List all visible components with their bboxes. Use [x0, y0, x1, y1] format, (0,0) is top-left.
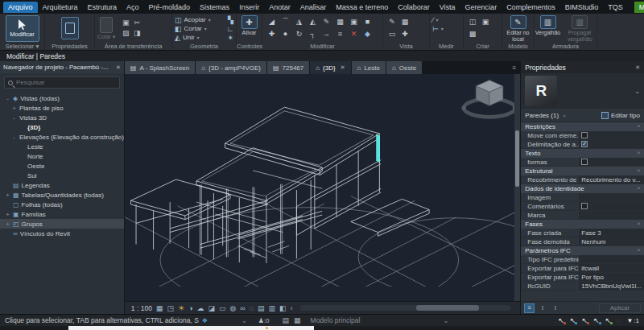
viewcube[interactable]	[461, 80, 517, 117]
chevron-down-icon[interactable]: ⌄	[242, 317, 247, 324]
crop-region-icon[interactable]: ▦	[156, 304, 163, 312]
menu-colaborar[interactable]: Colaborar	[393, 2, 435, 13]
delete-icon[interactable]: ✕	[347, 27, 361, 39]
tree-item-legendas[interactable]: ▤Legendas	[0, 180, 124, 190]
close-tab-icon[interactable]: ✕	[341, 64, 345, 71]
status-addin-icon[interactable]: ❖	[202, 317, 208, 324]
section-texto[interactable]: Texto^	[521, 149, 644, 158]
prop-value[interactable]	[579, 131, 644, 139]
prop-value[interactable]	[579, 202, 644, 210]
render-icon[interactable]: ☁	[196, 304, 204, 312]
selection-filter-button[interactable]: ▼ :1	[626, 317, 639, 324]
section-parametros-ifc[interactable]: Parâmetros IFC^	[521, 246, 644, 255]
select-links-icon[interactable]: ↖	[558, 316, 564, 324]
tab-3d-active[interactable]: ⌂{3D}✕	[310, 61, 351, 74]
menu-bimstudio[interactable]: BIMStudio	[560, 2, 604, 13]
copy-move-icon[interactable]: ●	[279, 27, 292, 39]
tab-oeste[interactable]: ⌂Oeste	[386, 61, 423, 74]
override-graphics-icon[interactable]: ✎	[389, 18, 395, 26]
cut-geometry-button[interactable]: ◧ Cortar▾ ∟	[175, 24, 233, 33]
worksharing-monitor-icon[interactable]: ▦	[294, 316, 301, 324]
section-restricoes[interactable]: Restrições^	[521, 122, 644, 131]
tab-splashscreen[interactable]: ▤A - SplashScreen	[125, 61, 196, 74]
create-group-icon[interactable]: ▣	[482, 18, 489, 26]
hide-elements-icon[interactable]: ▭	[389, 30, 396, 38]
select-by-face-icon[interactable]: ↖	[593, 316, 600, 324]
tree-item-tabelas-quantidades[interactable]: +▦Tabelas/Quantidades (todas)	[0, 190, 124, 200]
edit-in-place-button[interactable]: ✎ Editar no local	[505, 15, 531, 43]
worksharing-display-icon[interactable]: ▤	[258, 304, 265, 312]
section-estrutural[interactable]: Estrutural^	[521, 167, 644, 175]
visual-style-icon[interactable]: ◳	[167, 304, 174, 312]
scale-icon[interactable]: ◆	[361, 27, 374, 39]
browser-search-input[interactable]: Pesquisar	[4, 76, 120, 89]
beam-joins-icon[interactable]: ∟	[226, 25, 233, 33]
prop-value[interactable]	[579, 255, 644, 263]
selected-wall-highlight[interactable]	[376, 134, 379, 163]
crop-view-icon[interactable]: ▭	[219, 304, 226, 312]
menu-gerenciar[interactable]: Gerenciar	[460, 2, 502, 13]
tree-item-folhas[interactable]: ▢Folhas (todas)	[0, 200, 124, 209]
propagate-rebar-button[interactable]: ▥ Propagar vergalhão	[564, 15, 596, 43]
scrollbar-thumb[interactable]	[416, 305, 479, 311]
locked-3d-icon[interactable]: ◍	[229, 304, 236, 312]
edit-icon[interactable]: ✎	[320, 15, 333, 27]
design-options-dropdown[interactable]: Modelo principal ⌄	[311, 316, 449, 324]
tree-item-elevacoes[interactable]: -Elevações (Elevação da construção)	[0, 132, 124, 142]
linework-icon[interactable]: ▦	[402, 18, 409, 26]
wall-joins-icon[interactable]: ▚	[228, 16, 233, 24]
constraints-icon[interactable]: ◧	[279, 304, 287, 312]
trim-extend-icon[interactable]: →	[320, 27, 333, 39]
checkbox-unchecked[interactable]	[581, 159, 588, 165]
prop-value[interactable]: Recobrimento do v...	[579, 175, 644, 184]
mirror-axis-icon[interactable]: ◮	[292, 15, 306, 27]
menu-arquitetura[interactable]: Arquitetura	[38, 2, 83, 13]
tree-item-familias[interactable]: +▣Famílias	[0, 209, 124, 219]
prop-value[interactable]: ifcwall	[579, 264, 644, 272]
checkbox-unchecked[interactable]	[581, 203, 588, 209]
cut-icon[interactable]: ✂	[134, 19, 140, 27]
offset-icon[interactable]: ⌒	[279, 15, 292, 27]
copy-icon[interactable]: ▣	[122, 19, 130, 27]
paint-icon[interactable]: ✶	[227, 34, 233, 42]
sort-default-icon[interactable]: ≡	[524, 303, 535, 313]
3d-canvas[interactable]	[125, 74, 520, 301]
view-scale-button[interactable]: 1 : 100	[131, 304, 152, 312]
tab-leste[interactable]: ⌂Leste	[352, 61, 386, 74]
menu-aco[interactable]: Aço	[122, 2, 144, 13]
checkbox-checked[interactable]: ✓	[581, 141, 588, 147]
section-dados-identidade[interactable]: Dados de identidade^	[521, 184, 644, 193]
menu-anotar[interactable]: Anotar	[264, 2, 295, 13]
tree-item-vistas-3d[interactable]: -Vistas 3D	[0, 113, 124, 122]
join-button[interactable]: ◭ Unir▾ ✶	[175, 33, 233, 42]
create-assembly-icon[interactable]: ▩	[469, 30, 477, 38]
prop-value[interactable]	[579, 158, 644, 166]
create-similar-icon[interactable]: ◫	[469, 18, 477, 26]
prop-value[interactable]: 15VhCBbnUqVwi1l...	[579, 282, 644, 290]
cope-button[interactable]: ◫ Acoplar▾ ▚	[175, 15, 233, 24]
duplicate-icon[interactable]: ▨	[122, 29, 130, 37]
prop-value[interactable]	[579, 211, 644, 219]
shadows-icon[interactable]: ◑	[188, 304, 192, 312]
chevron-down-icon[interactable]: ⌄	[634, 88, 640, 95]
dimension-button[interactable]: ⊢ ▾	[432, 24, 460, 33]
scrollbar-thumb[interactable]	[515, 130, 519, 187]
modify-button[interactable]: Modificar	[6, 15, 39, 42]
tree-item-oeste[interactable]: Oeste	[0, 161, 124, 171]
split-icon[interactable]: ≡	[333, 27, 347, 39]
menu-sistemas[interactable]: Sistemas	[195, 2, 234, 13]
prop-value[interactable]	[579, 193, 644, 201]
section-box-icon[interactable]: ◪	[208, 304, 215, 312]
menu-inserir[interactable]: Inserir	[234, 2, 264, 13]
properties-header[interactable]: Propriedades ✕	[521, 61, 644, 73]
reveal-hidden-icon[interactable]: ◌	[250, 304, 254, 312]
drag-on-selection-icon[interactable]: ↖	[605, 316, 612, 324]
tree-item-vinculos-revit[interactable]: ∞Vínculos do Revit	[0, 229, 124, 238]
menu-arquivo[interactable]: Arquivo	[3, 2, 38, 13]
menu-estrutura[interactable]: Estrutura	[83, 2, 122, 13]
displace-icon[interactable]: ✚	[402, 30, 408, 38]
prop-value[interactable]: Por tipo	[579, 273, 644, 281]
select-pinned-icon[interactable]: ↖	[581, 316, 588, 324]
edit-type-button[interactable]: Editar tipo	[601, 112, 640, 119]
trim-corner-icon[interactable]: ┐	[306, 27, 320, 39]
